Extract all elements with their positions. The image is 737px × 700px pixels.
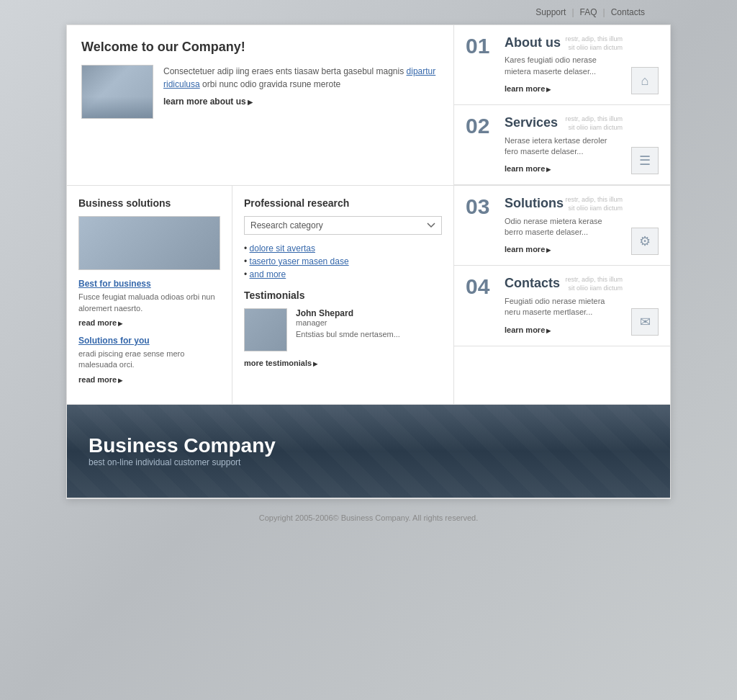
professional-research-section: Professional research Research category … bbox=[232, 186, 454, 404]
panel-01-number: 01 bbox=[466, 35, 496, 94]
read-more-2-link[interactable]: read more bbox=[78, 375, 220, 384]
panel-04-title-row: Contacts restr, adip, this illum sit oli… bbox=[505, 276, 623, 292]
read-more-1-link[interactable]: read more bbox=[78, 318, 220, 327]
panel-03-meta: restr, adip, this illum sit oliio iiam d… bbox=[565, 196, 623, 212]
research-category-select[interactable]: Research category bbox=[244, 216, 442, 235]
panel-01-desc: Kares feugiati odio nerase mietera maser… bbox=[505, 55, 623, 77]
panel-02-desc: Nerase ietera kertase deroler fero maser… bbox=[505, 135, 623, 158]
panel-02-learn-link[interactable]: learn more bbox=[505, 164, 551, 173]
professional-research-heading: Professional research bbox=[244, 197, 442, 209]
panel-03-icon: ⚙ bbox=[631, 228, 659, 255]
panel-03-icon-container: ⚙ bbox=[631, 196, 659, 255]
testimonial-role: manager bbox=[296, 318, 400, 327]
research-link-1[interactable]: dolore sit avertas bbox=[250, 243, 315, 253]
panel-04-number: 04 bbox=[466, 276, 496, 335]
panel-04-icon-container: ✉ bbox=[631, 276, 659, 335]
panel-04-meta: restr, adip, this illum sit oliio iiam d… bbox=[565, 276, 623, 292]
panel-01-content: About us restr, adip, this illum sit oli… bbox=[505, 35, 623, 94]
banner-title: Business Company bbox=[89, 434, 648, 457]
panel-01-icon: ⌂ bbox=[631, 67, 659, 94]
panel-solutions: 03 Solutions restr, adip, this illum sit… bbox=[454, 186, 670, 266]
panel-contacts: 04 Contacts restr, adip, this illum sit … bbox=[454, 266, 670, 346]
testimonial-item: John Shepard manager Entstias bul smde n… bbox=[244, 308, 442, 351]
business-solutions-image bbox=[78, 216, 220, 270]
panel-03-desc: Odio nerase mietera kerase berro maserte… bbox=[505, 216, 623, 238]
welcome-heading: Welcome to our Company! bbox=[81, 40, 439, 55]
panel-04-icon: ✉ bbox=[631, 308, 659, 336]
panel-about-us: 01 About us restr, adip, this illum sit … bbox=[454, 25, 670, 105]
nav-faq-link[interactable]: FAQ bbox=[580, 7, 597, 17]
solutions-for-you-text: eradi piscing erae sense mero malesuada … bbox=[78, 349, 220, 371]
footer-text: Copyright 2005-2006© Business Company. A… bbox=[259, 513, 478, 522]
testimonial-name: John Shepard bbox=[296, 308, 400, 318]
best-for-business-text: Fusce feugiat maluada odioas orbi nun al… bbox=[78, 292, 220, 314]
more-testimonials-link[interactable]: more testimonials bbox=[244, 359, 442, 367]
banner-row: Business Company best on-line individual… bbox=[67, 405, 670, 498]
research-links-list: dolore sit avertas taserto yaser masen d… bbox=[244, 243, 442, 279]
best-for-business-link[interactable]: Best for business bbox=[78, 279, 220, 289]
site-wrapper: Welcome to our Company! Consectetuer adi… bbox=[66, 24, 671, 499]
panel-02-content: Services restr, adip, this illum sit oli… bbox=[505, 115, 623, 174]
panel-03-number: 03 bbox=[466, 196, 496, 255]
panel-01-title: About us bbox=[505, 35, 561, 50]
testimonials-section: Testimonials John Shepard manager Entsti… bbox=[244, 290, 442, 367]
panel-02-icon-container: ☰ bbox=[631, 115, 659, 174]
panel-04-content: Contacts restr, adip, this illum sit oli… bbox=[505, 276, 623, 335]
testimonial-content: John Shepard manager Entstias bul smde n… bbox=[296, 308, 400, 351]
panel-01-icon-container: ⌂ bbox=[631, 35, 659, 94]
research-link-2[interactable]: taserto yaser masen dase bbox=[250, 256, 349, 266]
panel-01-meta: restr, adip, this illum sit oliio iiam d… bbox=[565, 35, 623, 52]
nav-contacts-link[interactable]: Contacts bbox=[611, 7, 645, 17]
middle-row: Business solutions Best for business Fus… bbox=[67, 186, 670, 405]
learn-more-link[interactable]: learn more about us bbox=[163, 97, 439, 107]
testimonials-heading: Testimonials bbox=[244, 290, 442, 301]
testimonial-avatar bbox=[244, 308, 287, 351]
research-link-item-1: dolore sit avertas bbox=[244, 243, 442, 253]
research-link-3[interactable]: and more bbox=[250, 269, 286, 279]
welcome-section: Welcome to our Company! Consectetuer adi… bbox=[67, 25, 454, 185]
nav-support-link[interactable]: Support bbox=[535, 7, 566, 17]
panel-01-title-row: About us restr, adip, this illum sit oli… bbox=[505, 35, 623, 52]
top-navigation: Support | FAQ | Contacts bbox=[0, 0, 737, 24]
panel-02-title: Services bbox=[505, 115, 558, 130]
business-solutions-heading: Business solutions bbox=[78, 197, 220, 209]
welcome-content: Consectetuer adip iing eraes ents tiasaw… bbox=[81, 65, 439, 119]
header-row: Welcome to our Company! Consectetuer adi… bbox=[67, 25, 670, 186]
panel-02-meta: restr, adip, this illum sit oliio iiam d… bbox=[565, 115, 623, 132]
panel-01-learn-link[interactable]: learn more bbox=[505, 84, 551, 93]
panel-04-desc: Feugiati odio nerase mietera neru masert… bbox=[505, 296, 623, 318]
right-panels-top: 01 About us restr, adip, this illum sit … bbox=[454, 25, 670, 185]
banner-image: Business Company best on-line individual… bbox=[67, 405, 670, 498]
welcome-body: Consectetuer adip iing eraes ents tiasaw… bbox=[163, 65, 439, 91]
welcome-image bbox=[81, 65, 153, 119]
business-solutions-section: Business solutions Best for business Fus… bbox=[67, 186, 232, 404]
panel-02-number: 02 bbox=[466, 115, 496, 174]
banner-subtitle: best on-line individual customer support bbox=[89, 457, 648, 467]
welcome-text-block: Consectetuer adip iing eraes ents tiasaw… bbox=[163, 65, 439, 119]
panel-02-title-row: Services restr, adip, this illum sit oli… bbox=[505, 115, 623, 132]
nav-separator-2: | bbox=[603, 7, 605, 17]
footer: Copyright 2005-2006© Business Company. A… bbox=[66, 499, 671, 537]
panel-03-content: Solutions restr, adip, this illum sit ol… bbox=[505, 196, 623, 255]
panel-04-learn-link[interactable]: learn more bbox=[505, 326, 551, 334]
panel-03-title-row: Solutions restr, adip, this illum sit ol… bbox=[505, 196, 623, 212]
panel-02-icon: ☰ bbox=[631, 147, 659, 174]
nav-separator-1: | bbox=[571, 7, 574, 17]
panel-04-title: Contacts bbox=[505, 276, 560, 291]
testimonial-quote: Entstias bul smde nertasem... bbox=[296, 329, 400, 340]
panel-services: 02 Services restr, adip, this illum sit … bbox=[454, 105, 670, 185]
panel-03-learn-link[interactable]: learn more bbox=[505, 245, 551, 253]
panel-03-title: Solutions bbox=[505, 196, 564, 211]
solutions-for-you-link[interactable]: Solutions for you bbox=[78, 336, 220, 346]
research-link-item-2: taserto yaser masen dase bbox=[244, 256, 442, 266]
research-link-item-3: and more bbox=[244, 269, 442, 279]
right-panels-bottom: 03 Solutions restr, adip, this illum sit… bbox=[454, 186, 670, 404]
